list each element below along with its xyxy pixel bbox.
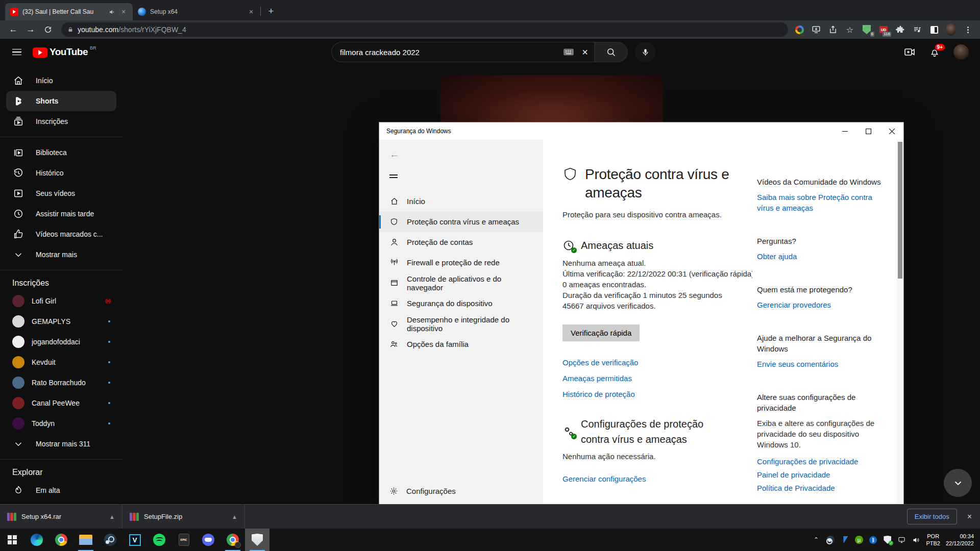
address-bar[interactable]: youtube.com/shorts/rYiXjFQBW_4: [61, 22, 788, 37]
window-scrollbar[interactable]: [897, 140, 903, 504]
extensions-puzzle-icon[interactable]: [895, 24, 905, 35]
start-button[interactable]: [0, 529, 24, 551]
download-manager-extension-icon[interactable]: UD116: [878, 24, 889, 35]
channel-toddyn[interactable]: Toddyn: [6, 413, 116, 434]
get-help-link[interactable]: Obter ajuda: [757, 251, 889, 262]
taskbar-windows-security-icon[interactable]: [245, 529, 270, 551]
search-button[interactable]: [594, 42, 628, 62]
nav-item-firewall[interactable]: Firewall e proteção de rede: [379, 253, 543, 273]
clear-search-icon[interactable]: ×: [578, 46, 592, 58]
nav-item-family-options[interactable]: Opções da família: [379, 334, 543, 355]
tray-bluetooth-icon[interactable]: ᛒ: [869, 536, 877, 544]
tray-utorrent-icon[interactable]: µ: [854, 536, 863, 544]
privacy-dashboard-link[interactable]: Painel de privacidade: [757, 468, 889, 482]
new-tab-button[interactable]: +: [264, 4, 278, 18]
taskbar-steam-icon[interactable]: [98, 529, 122, 551]
tray-volume-icon[interactable]: [912, 536, 920, 544]
manage-settings-link[interactable]: Gerenciar configurações: [562, 471, 646, 487]
back-button[interactable]: ←: [6, 22, 20, 37]
tray-thunderbolt-icon[interactable]: [840, 536, 849, 544]
show-all-downloads-button[interactable]: Exibir todos: [907, 509, 957, 524]
tray-network-icon[interactable]: [897, 536, 906, 544]
sidebar-item-videos-marcados[interactable]: Vídeos marcados c...: [6, 224, 116, 244]
taskbar-discord-icon[interactable]: [196, 529, 220, 551]
shorts-video-player[interactable]: [440, 75, 663, 122]
nav-item-device-security[interactable]: Segurança do dispositivo: [379, 293, 543, 314]
google-icon[interactable]: [794, 24, 804, 35]
reload-button[interactable]: [41, 22, 55, 37]
adguard-extension-icon[interactable]: 6: [862, 24, 872, 35]
taskbar-spotify-icon[interactable]: [147, 529, 172, 551]
guide-menu-icon[interactable]: [12, 47, 21, 58]
sidebar-item-mostrar-mais-311[interactable]: Mostrar mais 311: [6, 434, 116, 454]
nav-item-app-browser-control[interactable]: Controle de aplicativos e do navegador: [379, 273, 543, 293]
allowed-threats-link[interactable]: Ameaças permitidas: [562, 370, 752, 386]
close-downloads-bar-icon[interactable]: ×: [967, 512, 972, 521]
browser-menu-icon[interactable]: [963, 24, 973, 35]
tray-steam-icon[interactable]: [826, 536, 835, 544]
hidden-icons-chevron[interactable]: ⌃: [812, 536, 820, 544]
sidebar-item-seus-videos[interactable]: Seus vídeos: [6, 183, 116, 204]
youtube-logo[interactable]: YouTube BR: [33, 46, 96, 58]
channel-lofi-girl[interactable]: Lofi Girl ((•)): [6, 291, 116, 311]
nav-back-icon[interactable]: ←: [389, 149, 543, 160]
sidebar-item-assistir-mais-tarde[interactable]: Assistir mais tarde: [6, 204, 116, 224]
tab-setup-x64[interactable]: Setup x64 ×: [133, 3, 260, 20]
search-input[interactable]: [340, 48, 559, 57]
taskbar-chrome-profile-icon[interactable]: [220, 529, 245, 551]
nav-menu-icon[interactable]: [389, 174, 543, 178]
nav-item-virus-protection[interactable]: Proteção contra vírus e ameaças: [379, 212, 543, 232]
taskbar-epic-games-icon[interactable]: EPIC: [172, 529, 196, 551]
sidebar-item-mostrar-mais[interactable]: Mostrar mais: [6, 244, 116, 265]
window-title-bar[interactable]: Segurança do Windows: [379, 122, 903, 140]
maximize-button[interactable]: [856, 122, 880, 140]
minimize-button[interactable]: [833, 122, 856, 140]
download-item-setup-rar[interactable]: Setup x64.rar ▲: [0, 505, 122, 529]
tab-close-icon[interactable]: ×: [247, 8, 255, 16]
manage-providers-link[interactable]: Gerenciar provedores: [757, 299, 889, 310]
sidebar-item-inicio[interactable]: Início: [6, 70, 116, 91]
voice-search-button[interactable]: [635, 42, 655, 62]
channel-canal-peewee[interactable]: Canal PeeWee: [6, 393, 116, 413]
sidebar-item-inscricoes[interactable]: Inscrições: [6, 111, 116, 132]
shorts-next-video-button[interactable]: [944, 469, 972, 497]
channel-kevduit[interactable]: Kevduit: [6, 352, 116, 372]
bookmark-star-icon[interactable]: ☆: [845, 24, 855, 35]
nav-item-account-protection[interactable]: Proteção de contas: [379, 232, 543, 253]
tab-youtube-shorts[interactable]: (32) Saul | Better Call Sau ×: [5, 3, 133, 20]
notifications-bell-icon[interactable]: 9+: [929, 46, 940, 58]
language-indicator[interactable]: PORPTB2: [926, 533, 940, 547]
sidebar-item-shorts[interactable]: Shorts: [6, 91, 116, 111]
forward-button[interactable]: →: [23, 22, 38, 37]
keyboard-icon[interactable]: [564, 48, 574, 56]
taskbar-chrome-icon[interactable]: [49, 529, 74, 551]
tab-close-icon[interactable]: ×: [119, 8, 128, 16]
search-box[interactable]: ×: [331, 42, 594, 62]
tab-audio-icon[interactable]: [109, 9, 115, 15]
protection-history-link[interactable]: Histórico de proteção: [562, 386, 752, 402]
clock[interactable]: 00:3422/12/2022: [946, 533, 974, 547]
tray-defender-icon[interactable]: ✓: [883, 536, 892, 544]
quick-scan-button[interactable]: Verificação rápida: [562, 324, 640, 341]
nav-item-device-performance[interactable]: Desempenho e integridade do dispositivo: [379, 314, 543, 334]
taskbar-explorer-icon[interactable]: [74, 529, 98, 551]
install-icon[interactable]: [811, 24, 821, 35]
nav-item-configuracoes[interactable]: Configurações: [379, 481, 466, 501]
close-button[interactable]: [880, 122, 903, 140]
channel-rato-borrachudo[interactable]: Rato Borrachudo: [6, 372, 116, 393]
scrollbar-thumb[interactable]: [898, 142, 902, 279]
taskbar-vegas-icon[interactable]: V: [122, 529, 147, 551]
white-square-extension-icon[interactable]: [929, 24, 939, 35]
channel-jogandofoddaci[interactable]: jogandofoddaci: [6, 332, 116, 352]
sidebar-item-historico[interactable]: Histórico: [6, 163, 116, 183]
nav-item-inicio[interactable]: Início: [379, 191, 543, 212]
sidebar-item-em-alta[interactable]: Em alta: [6, 480, 116, 500]
privacy-settings-link[interactable]: Configurações de privacidade: [757, 455, 889, 468]
chevron-up-icon[interactable]: ▲: [109, 514, 115, 520]
learn-more-link[interactable]: Saiba mais sobre Proteção contra vírus e…: [757, 192, 889, 213]
channel-gemaplys[interactable]: GEMAPLYS: [6, 311, 116, 332]
chevron-up-icon[interactable]: ▲: [232, 514, 237, 520]
youtube-profile-avatar[interactable]: [953, 44, 969, 60]
share-icon[interactable]: [828, 24, 838, 35]
taskbar-edge-icon[interactable]: [24, 529, 49, 551]
